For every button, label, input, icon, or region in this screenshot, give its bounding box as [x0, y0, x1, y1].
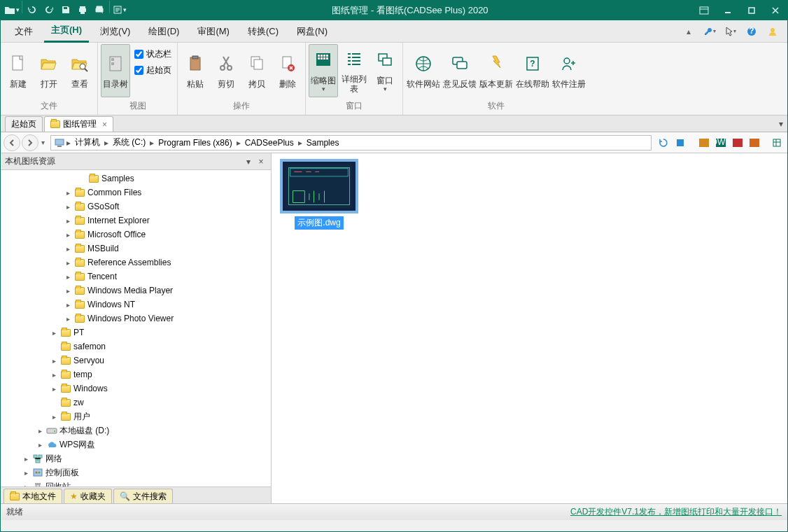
tree-item[interactable]: ▸Windows Media Player [1, 284, 271, 298]
filter-pdf-icon[interactable] [747, 136, 761, 150]
filter-image-icon[interactable] [731, 136, 745, 150]
tree-item[interactable]: ▸Common Files [1, 186, 271, 200]
ribbon-display-icon[interactable] [692, 1, 716, 20]
tree-item[interactable]: ▸PT [1, 326, 271, 340]
refresh-icon[interactable] [656, 136, 670, 150]
help-button[interactable]: ?在线帮助 [515, 44, 550, 97]
breadcrumb[interactable]: ▸计算机 ▸系统 (C:) ▸Program Files (x86) ▸CADS… [50, 135, 652, 150]
tree-item[interactable]: ▸Microsoft Office [1, 227, 271, 241]
tree-item[interactable]: ▸回收站 [1, 479, 271, 486]
file-menu-icon[interactable]: ▾ [3, 1, 20, 19]
window-controls [692, 1, 787, 20]
copy-button[interactable]: 拷贝 [242, 44, 272, 97]
svg-rect-36 [55, 139, 64, 145]
menu-convert[interactable]: 转换(C) [241, 21, 286, 42]
tree-item[interactable]: ▸Servyou [1, 354, 271, 368]
status-link[interactable]: CAD开发控件V7.1发布，新增图纸打印和大量开发接口！ [570, 506, 782, 518]
register-button[interactable]: 软件注册 [551, 44, 586, 97]
tool-icon[interactable]: ▾ [702, 24, 717, 39]
view-button[interactable]: 查看 [65, 44, 94, 97]
svg-rect-44 [773, 139, 780, 146]
tree-item[interactable]: ▸Tencent [1, 270, 271, 284]
update-button[interactable]: 版本更新 [479, 44, 514, 97]
minimize-button[interactable] [716, 1, 740, 20]
delete-button[interactable]: 删除 [273, 44, 302, 97]
tree-item[interactable]: ▸用户 [1, 410, 271, 424]
ribbon-group-software: 软件网站 意见反馈 版本更新 ?在线帮助 软件注册 软件 [403, 43, 589, 115]
feedback-button[interactable]: 意见反馈 [442, 44, 477, 97]
paste-button[interactable]: 粘贴 [181, 44, 210, 97]
tree-item[interactable]: ▸本地磁盘 (D:) [1, 424, 271, 438]
undo-icon[interactable] [24, 1, 41, 19]
tab-start[interactable]: 起始页 [5, 116, 43, 132]
side-panel: 本机图纸资源 ▾ × Samples▸Common Files▸GSoSoft▸… [1, 153, 272, 503]
save-icon[interactable] [57, 1, 74, 19]
tree-item[interactable]: ▸Windows [1, 382, 271, 396]
tree-item[interactable]: ▸Windows NT [1, 298, 271, 312]
tree-item[interactable]: zw [1, 396, 271, 410]
file-view[interactable]: 示例图.dwg [272, 153, 787, 503]
maximize-button[interactable] [740, 1, 764, 20]
menu-cloud[interactable]: 网盘(N) [290, 21, 335, 42]
tab-search[interactable]: 🔍文件搜索 [113, 489, 173, 503]
tab-local[interactable]: 本地文件 [3, 489, 62, 503]
statusbar-checkbox[interactable]: 状态栏 [134, 48, 171, 60]
filter-dwg-icon[interactable]: DWF [714, 136, 728, 150]
back-button[interactable] [3, 134, 20, 151]
tab-drawings[interactable]: 图纸管理 × [44, 116, 113, 132]
website-button[interactable]: 软件网站 [406, 44, 441, 97]
menu-browse[interactable]: 浏览(V) [93, 21, 137, 42]
menu-review[interactable]: 审图(M) [190, 21, 237, 42]
window-button[interactable]: 窗口▾ [370, 44, 400, 97]
thumbnail-button[interactable]: 缩略图▾ [309, 44, 338, 97]
tabs-expand-icon[interactable]: ▾ [779, 119, 783, 129]
close-tab-icon[interactable]: × [102, 120, 107, 130]
view-mode-icon[interactable] [770, 136, 784, 150]
print-icon[interactable] [74, 1, 91, 19]
tree-item[interactable]: ▸temp [1, 368, 271, 382]
settings-icon[interactable] [673, 136, 687, 150]
tree-item[interactable]: ▸Internet Explorer [1, 214, 271, 227]
panel-menu-icon[interactable]: ▾ [243, 156, 254, 167]
properties-icon[interactable]: ▾ [111, 1, 128, 19]
svg-text:DWF: DWF [715, 138, 726, 147]
detail-list-button[interactable]: 详细列表 [339, 44, 369, 97]
pointer-icon[interactable]: ▾ [723, 24, 738, 39]
menu-home[interactable]: 主页(H) [44, 20, 89, 43]
startpage-checkbox[interactable]: 起始页 [134, 64, 171, 76]
history-dropdown-icon[interactable]: ▾ [40, 139, 46, 146]
tree-button[interactable]: 目录树 [101, 44, 130, 97]
new-button[interactable]: 新建 [3, 44, 33, 97]
folder-tree[interactable]: Samples▸Common Files▸GSoSoft▸Internet Ex… [1, 170, 271, 486]
ribbon: 新建 打开 查看 文件 目录树 状态栏 起始页 视图 粘贴 剪切 拷贝 删除 操… [1, 43, 787, 115]
tree-item[interactable]: ▸Reference Assemblies [1, 255, 271, 270]
tree-item[interactable]: ▸GSoSoft [1, 200, 271, 214]
redo-icon[interactable] [41, 1, 57, 19]
svg-rect-23 [326, 55, 328, 57]
nav-bar: ▾ ▸计算机 ▸系统 (C:) ▸Program Files (x86) ▸CA… [1, 132, 787, 153]
close-button[interactable] [764, 1, 787, 20]
user-icon[interactable] [765, 24, 780, 39]
file-thumbnail[interactable]: 示例图.dwg [277, 159, 361, 230]
tree-item[interactable]: safemon [1, 340, 271, 354]
menu-draw[interactable]: 绘图(D) [141, 21, 186, 42]
status-bar: 就绪 CAD开发控件V7.1发布，新增图纸打印和大量开发接口！ [1, 503, 787, 520]
menu-file[interactable]: 文件 [8, 21, 40, 42]
tab-favorites[interactable]: ★收藏夹 [64, 489, 112, 503]
svg-text:?: ? [530, 59, 535, 69]
computer-icon [54, 138, 65, 148]
cut-button[interactable]: 剪切 [211, 44, 241, 97]
tree-item[interactable]: ▸MSBuild [1, 241, 271, 255]
chevron-up-icon[interactable]: ▴ [681, 24, 696, 39]
open-button[interactable]: 打开 [34, 44, 64, 97]
print-preview-icon[interactable] [91, 1, 108, 19]
tree-item[interactable]: ▸Windows Photo Viewer [1, 312, 271, 326]
panel-close-icon[interactable]: × [255, 156, 267, 167]
tree-item[interactable]: Samples [1, 172, 271, 186]
forward-button[interactable] [22, 134, 38, 151]
tree-item[interactable]: ▸WPS网盘 [1, 438, 271, 451]
help-icon[interactable]: ? [744, 24, 759, 39]
tree-item[interactable]: ▸控制面板 [1, 465, 271, 479]
filter1-icon[interactable] [697, 136, 711, 150]
tree-item[interactable]: ▸网络 [1, 451, 271, 465]
